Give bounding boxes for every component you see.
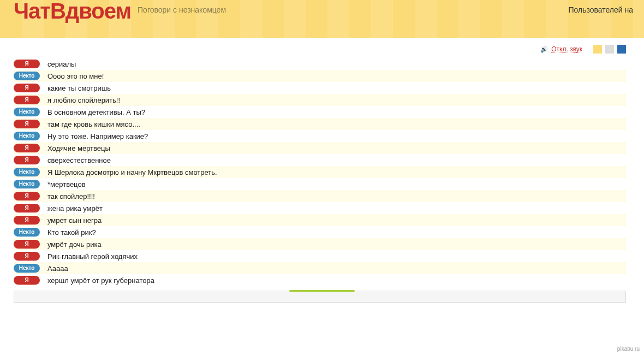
message-row: Яжена рика умрёт (14, 202, 626, 214)
message-row: Яумрет сын негра (14, 214, 626, 226)
message-list: ЯсериалыНектоОооо это по мне!Якакие ты с… (14, 58, 626, 286)
message-text: умрет сын негра (47, 216, 102, 225)
watermark: pikabu.ru (617, 346, 640, 352)
sender-badge-me: Я (14, 240, 40, 249)
message-row: ЯРик-главный герой ходячих (14, 250, 626, 262)
tagline: Поговори с незнакомцем (138, 5, 226, 14)
sender-badge-me: Я (14, 120, 40, 128)
message-row: Некто*мертвецов (14, 178, 626, 190)
sender-badge-other: Некто (14, 264, 40, 273)
theme-swatch-yellow[interactable] (593, 45, 602, 54)
sender-badge-me: Я (14, 96, 40, 104)
sender-badge-me: Я (14, 60, 40, 68)
message-text: какие ты смотришь (47, 84, 111, 92)
message-row: Ясериалы (14, 58, 626, 70)
sender-badge-me: Я (14, 192, 40, 200)
toolbar-row: 🔊 Откл. звук (14, 43, 626, 58)
message-text: так спойлер!!!! (47, 192, 95, 200)
message-row: Яумрёт дочь рика (14, 238, 626, 250)
message-row: НектоНу это тоже. Например какие? (14, 130, 626, 142)
message-text: сверхестественное (47, 156, 111, 164)
message-row: НектоОооо это по мне! (14, 70, 626, 82)
message-row: НектоАаааа (14, 262, 626, 274)
message-text: *мертвецов (47, 180, 86, 188)
message-text: Я Шерлока досмотрю и начну Мкртвецов смо… (47, 168, 217, 176)
message-row: Ятам где кровь кишки мясо.... (14, 118, 626, 130)
main-area: 🔊 Откл. звук ЯсериалыНектоОооо это по мн… (0, 38, 644, 303)
sender-badge-me: Я (14, 156, 40, 164)
message-text: Ааааа (47, 264, 68, 273)
message-row: Якакие ты смотришь (14, 82, 626, 94)
site-logo[interactable]: ЧатВдвоем (14, 0, 131, 23)
chat-panel: 🔊 Откл. звук ЯсериалыНектоОооо это по мн… (8, 38, 636, 303)
message-row: Яя люблю спойлерить!! (14, 94, 626, 106)
sender-badge-other: Некто (14, 168, 40, 176)
message-text: Оооо это по мне! (47, 72, 104, 80)
theme-swatch-blue[interactable] (617, 45, 626, 54)
message-text: Рик-главный герой ходячих (47, 252, 138, 261)
speaker-icon: 🔊 (540, 46, 548, 53)
message-row: НектоЯ Шерлока досмотрю и начну Мкртвецо… (14, 166, 626, 178)
theme-swatch-grey[interactable] (605, 45, 614, 54)
message-row: Ятак спойлер!!!! (14, 190, 626, 202)
sender-badge-other: Некто (14, 180, 40, 188)
sender-badge-other: Некто (14, 72, 40, 80)
message-row: НектоКто такой рик? (14, 226, 626, 238)
message-text: там где кровь кишки мясо.... (47, 120, 140, 128)
message-text: Ну это тоже. Например какие? (47, 132, 148, 140)
input-accent (289, 290, 355, 292)
theme-swatches (593, 45, 626, 54)
sender-badge-me: Я (14, 252, 40, 261)
message-text: В основном детективы. А ты? (47, 108, 145, 116)
message-text: жена рика умрёт (47, 204, 103, 213)
message-row: НектоВ основном детективы. А ты? (14, 106, 626, 118)
message-row: Яхершл умрёт от рук губернатора (14, 274, 626, 286)
message-text: Ходячие мертвецы (47, 144, 110, 152)
message-text: я люблю спойлерить!! (47, 96, 120, 104)
sender-badge-other: Некто (14, 132, 40, 140)
sender-badge-me: Я (14, 276, 40, 285)
message-text: Кто такой рик? (47, 228, 96, 237)
header: ЧатВдвоем Поговори с незнакомцем Пользов… (0, 0, 644, 38)
message-input-bar[interactable] (14, 291, 626, 303)
sender-badge-me: Я (14, 216, 40, 225)
sender-badge-me: Я (14, 84, 40, 92)
message-row: Ясверхестественное (14, 154, 626, 166)
message-text: сериалы (47, 60, 76, 68)
message-text: умрёт дочь рика (47, 240, 102, 249)
sender-badge-me: Я (14, 144, 40, 152)
sender-badge-other: Некто (14, 108, 40, 116)
message-text: хершл умрёт от рук губернатора (47, 276, 154, 285)
sender-badge-other: Некто (14, 228, 40, 237)
users-online-label: Пользователей на (568, 5, 633, 14)
sound-toggle-link[interactable]: Откл. звук (551, 45, 582, 53)
message-row: ЯХодячие мертвецы (14, 142, 626, 154)
sender-badge-me: Я (14, 204, 40, 213)
